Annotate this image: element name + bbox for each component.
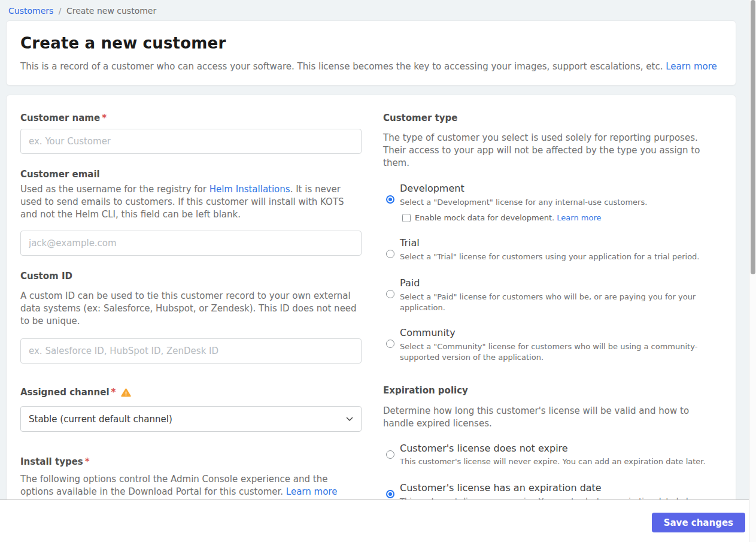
paid-option-title: Paid <box>400 277 715 289</box>
create-customer-form-card: Customer name* Customer email Used as th… <box>6 95 736 507</box>
customer-type-option-development: Development Select a "Development" licen… <box>383 182 715 223</box>
chevron-down-icon <box>346 417 353 422</box>
mock-data-checkbox-label: Enable mock data for development. Learn … <box>415 213 601 223</box>
page-title: Create a new customer <box>20 34 722 52</box>
customer-name-field: Customer name* <box>20 112 362 154</box>
community-option-description: Select a "Community" license for custome… <box>400 341 715 363</box>
scrollbar-track[interactable] <box>749 0 756 542</box>
custom-id-field: Custom ID A custom ID can be used to tie… <box>20 270 362 364</box>
page: Customers / Create new customer Create a… <box>0 0 749 507</box>
no-expire-option-description: This customer's license will never expir… <box>400 456 715 467</box>
footer-bar: Save changes <box>0 499 749 542</box>
scrollbar-thumb[interactable] <box>751 0 755 274</box>
assigned-channel-select[interactable]: Stable (current default channel) <box>20 406 362 432</box>
customer-name-label-text: Customer name <box>20 113 100 123</box>
community-option-title: Community <box>400 326 715 339</box>
paid-option-description: Select a "Paid" license for customers wh… <box>400 292 715 313</box>
has-expiration-option-title: Customer's license has an expiration dat… <box>400 482 715 494</box>
install-types-label: Install types* <box>20 456 362 468</box>
install-types-description: The following options control the Admin … <box>20 473 359 498</box>
form-right-column: Customer type The type of customer you s… <box>383 112 715 507</box>
trial-option-description: Select a "Trial" license for customers u… <box>400 252 715 262</box>
development-option-title: Development <box>400 182 715 195</box>
warning-icon <box>121 388 131 397</box>
breadcrumb-customers-link[interactable]: Customers <box>8 6 53 16</box>
install-types-field: Install types* The following options con… <box>20 456 362 498</box>
save-changes-button[interactable]: Save changes <box>652 513 745 532</box>
custom-id-description: A custom ID can be used to tie this cust… <box>20 290 362 328</box>
mock-data-label-text: Enable mock data for development. <box>415 213 554 222</box>
customer-name-label: Customer name* <box>20 112 362 124</box>
form-left-column: Customer name* Customer email Used as th… <box>20 112 362 507</box>
install-types-learn-more-link[interactable]: Learn more <box>286 486 338 497</box>
customer-email-field: Customer email Used as the username for … <box>20 168 362 256</box>
expiration-policy-description: Determine how long this customer's licen… <box>383 405 714 430</box>
expiration-option-no-expire: Customer's license does not expire This … <box>383 442 715 467</box>
customer-type-option-trial: Trial Select a "Trial" license for custo… <box>383 237 715 262</box>
install-types-label-text: Install types <box>20 456 83 467</box>
assigned-channel-field: Assigned channel* Stable (current defaul… <box>20 386 362 432</box>
expiration-policy-label: Expiration policy <box>383 384 715 396</box>
customer-type-option-paid: Paid Select a "Paid" license for custome… <box>383 277 715 313</box>
customer-email-label: Customer email <box>20 168 362 180</box>
customer-type-label: Customer type <box>383 112 715 124</box>
development-radio[interactable] <box>386 195 394 204</box>
customer-name-input[interactable] <box>20 129 362 154</box>
paid-radio[interactable] <box>386 290 394 298</box>
trial-option-title: Trial <box>400 237 715 249</box>
assigned-channel-label-text: Assigned channel <box>20 387 110 398</box>
required-asterisk: * <box>111 387 116 398</box>
header-learn-more-link[interactable]: Learn more <box>666 61 717 72</box>
assigned-channel-label: Assigned channel* <box>20 386 116 398</box>
assigned-channel-selected-value: Stable (current default channel) <box>29 414 172 425</box>
license-has-expiration-radio[interactable] <box>386 490 394 498</box>
trial-radio[interactable] <box>386 250 394 258</box>
install-types-desc-text: The following options control the Admin … <box>20 474 327 497</box>
community-radio[interactable] <box>386 340 394 348</box>
license-does-not-expire-radio[interactable] <box>386 450 394 459</box>
helm-installations-link[interactable]: Helm Installations <box>210 184 290 195</box>
mock-data-learn-more-link[interactable]: Learn more <box>557 213 601 222</box>
required-asterisk: * <box>85 456 90 467</box>
customer-email-description: Used as the username for the registry fo… <box>20 183 362 221</box>
breadcrumb-separator: / <box>59 6 62 16</box>
development-option-description: Select a "Development" license for any i… <box>400 197 715 208</box>
custom-id-input[interactable] <box>20 338 362 364</box>
header-card: Create a new customer This is a record o… <box>6 20 736 86</box>
breadcrumb: Customers / Create new customer <box>0 0 749 16</box>
customer-email-input[interactable] <box>20 231 362 256</box>
custom-id-label: Custom ID <box>20 270 362 282</box>
required-asterisk: * <box>102 113 107 123</box>
customer-type-description: The type of customer you select is used … <box>383 132 714 169</box>
header-description: This is a record of a customer who can a… <box>20 60 722 73</box>
mock-data-checkbox[interactable] <box>402 214 411 222</box>
customer-type-option-community: Community Select a "Community" license f… <box>383 326 715 363</box>
customer-email-desc-before: Used as the username for the registry fo… <box>20 184 210 195</box>
header-description-text: This is a record of a customer who can a… <box>20 61 663 72</box>
breadcrumb-current: Create new customer <box>66 6 156 16</box>
mock-data-checkbox-row: Enable mock data for development. Learn … <box>402 213 715 223</box>
no-expire-option-title: Customer's license does not expire <box>400 442 715 455</box>
